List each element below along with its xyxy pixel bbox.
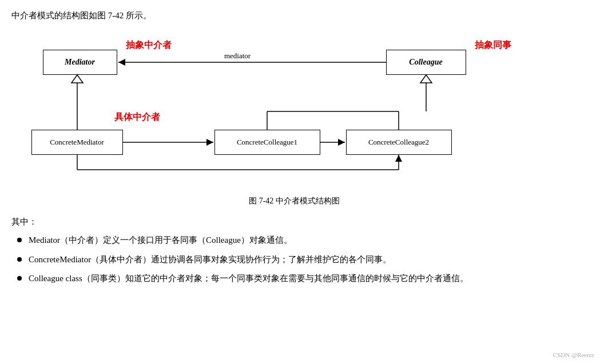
colleague-box: Colleague (386, 50, 466, 75)
uml-diagram: mediator Mediator (20, 27, 569, 193)
bullet-text: ConcreteMediator（具体中介者）通过协调各同事对象实现协作行为；了… (29, 253, 577, 267)
concrete-mediator-label: 具体中介者 (114, 111, 160, 123)
svg-marker-11 (206, 139, 213, 146)
svg-marker-4 (71, 75, 83, 83)
abstract-mediator-label: 抽象中介者 (126, 39, 172, 51)
mediator-box: Mediator (43, 50, 117, 75)
svg-marker-1 (118, 59, 125, 66)
abstract-colleague-label: 抽象同事 (475, 39, 511, 51)
bullet-dot (17, 276, 22, 281)
list-item: Colleague class（同事类）知道它的中介者对象；每一个同事类对象在需… (17, 271, 577, 286)
diagram-caption: 图 7-42 中介者模式结构图 (11, 196, 577, 206)
list-item: Mediator（中介者）定义一个接口用于各同事（Colleague）对象通信。 (17, 233, 577, 248)
svg-marker-17 (395, 155, 402, 162)
svg-marker-13 (338, 139, 345, 146)
concrete-mediator-box: ConcreteMediator (31, 130, 123, 155)
bullet-text: Colleague class（同事类）知道它的中介者对象；每一个同事类对象在需… (29, 271, 577, 286)
intro-text: 中介者模式的结构图如图 7-42 所示。 (11, 10, 577, 21)
concrete-colleague2-box: ConcreteColleague2 (346, 130, 452, 155)
watermark: CSDN @Reenrr (553, 351, 594, 358)
list-item: ConcreteMediator（具体中介者）通过协调各同事对象实现协作行为；了… (17, 253, 577, 267)
bullet-dot (17, 257, 22, 262)
bullet-list: Mediator（中介者）定义一个接口用于各同事（Colleague）对象通信。… (11, 233, 577, 286)
svg-marker-6 (420, 75, 432, 83)
svg-text:mediator: mediator (224, 51, 251, 60)
section-title: 其中： (11, 217, 577, 227)
bullet-text: Mediator（中介者）定义一个接口用于各同事（Colleague）对象通信。 (29, 233, 577, 248)
concrete-colleague1-box: ConcreteColleague1 (214, 130, 320, 155)
bullet-dot (17, 238, 22, 242)
